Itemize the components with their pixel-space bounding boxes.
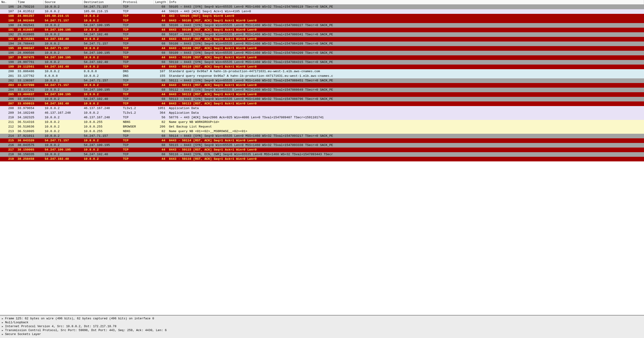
expand-triangle-icon[interactable]: ▶ bbox=[2, 333, 5, 336]
packet-row[interactable]: 20433.33729210.8.0.254.247.100.195TCP685… bbox=[0, 88, 644, 92]
detail-tree-item[interactable]: ▶Frame 125: 62 bytes on wire (496 bits),… bbox=[2, 316, 642, 320]
cell-length: 68 bbox=[154, 51, 168, 55]
cell-info: 443 → 59026 [RST] Seq=1 Win=0 Len=0 bbox=[168, 14, 644, 19]
cell-length: 44 bbox=[154, 9, 168, 14]
cell-source: 10.8.0.2 bbox=[43, 23, 82, 28]
packet-row[interactable]: 18924.90246954.247.71.15710.8.0.2TCP4484… bbox=[0, 19, 644, 23]
packet-row[interactable]: 21336.51880510.8.0.210.8.0.255NBNS82Name… bbox=[0, 129, 644, 134]
packet-row[interactable]: 18624.79321610.8.0.254.247.71.157TCP6859… bbox=[0, 5, 644, 10]
expand-triangle-icon[interactable]: ▶ bbox=[2, 321, 5, 324]
packet-row[interactable]: 19828.99776110.8.0.254.247.102.40TCP6859… bbox=[0, 60, 644, 65]
packet-row[interactable]: 20833.97965410.8.0.246.137.167.248TLSv1.… bbox=[0, 106, 644, 111]
packet-row[interactable]: 19225.01886510.8.0.254.247.102.40TCP6859… bbox=[0, 32, 644, 37]
packet-row[interactable]: 19929.11256154.247.102.4010.8.0.2TCP4484… bbox=[0, 65, 644, 69]
expand-triangle-icon[interactable]: ▶ bbox=[2, 317, 5, 320]
detail-tree-item[interactable]: ▶Internet Protocol Version 4, Src: 10.8.… bbox=[2, 324, 642, 328]
packet-row[interactable]: 19628.89050810.8.0.254.247.100.195TCP685… bbox=[0, 51, 644, 55]
cell-no: 209 bbox=[0, 111, 16, 115]
cell-time: 34.102248 bbox=[16, 111, 43, 115]
detail-tree-item[interactable]: ▶Transmission Control Protocol, Src Port… bbox=[2, 328, 642, 332]
packet-row[interactable]: 18724.81351210.8.0.2185.60.216.15TCP4459… bbox=[0, 9, 644, 14]
packet-row[interactable]: 18824.901357185.60.216.1510.8.0.2TCP4444… bbox=[0, 14, 644, 19]
col-header-time[interactable]: Time bbox=[16, 0, 43, 5]
cell-no: 190 bbox=[0, 23, 16, 28]
packet-row[interactable]: 21538.04332054.247.71.15710.8.0.2TCP4484… bbox=[0, 138, 644, 143]
cell-info: Standard query 0x96a7 A hahn-lb-producti… bbox=[168, 69, 644, 74]
expand-triangle-icon[interactable]: ▶ bbox=[2, 329, 5, 332]
cell-no: 213 bbox=[0, 129, 16, 134]
detail-tree-item[interactable]: ▶Null/Loopback bbox=[2, 320, 642, 324]
cell-source: 10.8.0.2 bbox=[43, 143, 82, 147]
packet-row[interactable]: 19428.78844310.8.0.254.247.71.157TCP6859… bbox=[0, 42, 644, 46]
cell-destination: 10.8.0.2 bbox=[82, 28, 122, 32]
cell-destination: 54.247.102.40 bbox=[82, 32, 122, 37]
packet-row[interactable]: 19024.90264110.8.0.254.247.100.195TCP685… bbox=[0, 23, 644, 28]
cell-info: 59113 → 8443 [SYN] Seq=0 Win=65535 Len=0… bbox=[168, 97, 644, 101]
cell-info: 8443 → 59114 [RST, ACK] Seq=1 Ack=1 Win=… bbox=[168, 138, 644, 143]
packet-row[interactable]: 20934.10224846.137.167.24810.8.0.2TLSv1.… bbox=[0, 111, 644, 115]
cell-info: 58776 → 443 [ACK] Seq=2986 Ack=925 Win=4… bbox=[168, 115, 644, 120]
packet-row[interactable]: 21034.10232510.8.0.246.137.167.248TCP565… bbox=[0, 115, 644, 120]
packet-row[interactable]: 19125.01860754.247.100.19510.8.0.2TCP448… bbox=[0, 28, 644, 32]
cell-length: 68 bbox=[154, 5, 168, 10]
packet-row[interactable]: 20733.65091554.247.102.4010.8.0.2TCP4484… bbox=[0, 101, 644, 106]
cell-no: 186 bbox=[0, 5, 16, 10]
packet-row[interactable]: 21437.92101110.8.0.254.247.71.157TCP6859… bbox=[0, 134, 644, 138]
cell-protocol: TCP bbox=[122, 97, 154, 101]
packet-row[interactable]: 19325.13529154.247.102.4010.8.0.2TCP4484… bbox=[0, 37, 644, 42]
packet-row[interactable]: 21938.25845854.247.102.4010.8.0.2TCP4484… bbox=[0, 157, 644, 161]
cell-info: 59109 → 8443 [SYN] Seq=0 Win=65535 Len=0… bbox=[168, 51, 644, 55]
col-header-destination[interactable]: Destination bbox=[82, 0, 122, 5]
detail-tree-label: Transmission Control Protocol, Src Port:… bbox=[5, 328, 167, 332]
cell-protocol: TCP bbox=[122, 115, 154, 120]
packet-row[interactable]: 20033.00648610.8.0.28.8.8.8DNS107Standar… bbox=[0, 69, 644, 74]
cell-source: 10.8.0.2 bbox=[43, 134, 82, 138]
packet-row[interactable]: 19728.99747554.247.100.19510.8.0.2TCP448… bbox=[0, 55, 644, 60]
packet-row[interactable]: 20233.13839710.8.0.254.247.71.157TCP6859… bbox=[0, 78, 644, 83]
packet-row[interactable]: 20333.33709054.247.71.15710.8.0.2TCP4484… bbox=[0, 83, 644, 88]
packet-row[interactable]: 20133.1377828.8.8.810.8.0.2DNS155Standar… bbox=[0, 74, 644, 78]
packet-row[interactable]: 19528.89034754.247.71.15710.8.0.2TCP4484… bbox=[0, 46, 644, 51]
detail-tree-label: Internet Protocol Version 4, Src: 10.8.0… bbox=[5, 325, 116, 328]
cell-time: 36.518636 bbox=[16, 124, 43, 129]
cell-length: 68 bbox=[154, 134, 168, 138]
cell-source: 10.8.0.2 bbox=[43, 5, 82, 10]
cell-source: 10.8.0.2 bbox=[43, 106, 82, 111]
cell-info: 59106 → 8443 [SYN] Seq=0 Win=65535 Len=0… bbox=[168, 23, 644, 28]
expand-triangle-icon[interactable]: ▶ bbox=[2, 325, 5, 328]
cell-time: 38.043320 bbox=[16, 138, 43, 143]
packet-list-pane[interactable]: No. Time Source Destination Protocol Len… bbox=[0, 0, 644, 315]
packet-row[interactable]: 20533.48483754.247.100.19510.8.0.2TCP448… bbox=[0, 92, 644, 97]
cell-info: 8443 → 59111 [RST, ACK] Seq=1 Ack=1 Win=… bbox=[168, 83, 644, 88]
cell-destination: 54.247.71.157 bbox=[82, 78, 122, 83]
cell-protocol: TCP bbox=[122, 42, 154, 46]
cell-no: 210 bbox=[0, 115, 16, 120]
cell-source: 10.8.0.2 bbox=[43, 51, 82, 55]
cell-time: 33.650915 bbox=[16, 101, 43, 106]
cell-length: 68 bbox=[154, 32, 168, 37]
packet-row[interactable]: 21838.15033510.8.0.254.247.102.40TCP6859… bbox=[0, 152, 644, 157]
packet-row[interactable]: 21738.15006554.247.100.19510.8.0.2TCP448… bbox=[0, 147, 644, 152]
packet-details-pane[interactable]: ▶Frame 125: 62 bytes on wire (496 bits),… bbox=[0, 315, 644, 338]
cell-destination: 10.8.0.2 bbox=[82, 92, 122, 97]
packet-row[interactable]: 21638.04357510.8.0.254.247.100.195TCP685… bbox=[0, 143, 644, 147]
col-header-protocol[interactable]: Protocol bbox=[122, 0, 154, 5]
cell-destination: 10.8.0.255 bbox=[82, 120, 122, 124]
cell-no: 201 bbox=[0, 74, 16, 78]
packet-row[interactable]: 20633.48502310.8.0.254.247.102.40TCP6859… bbox=[0, 97, 644, 101]
col-header-source[interactable]: Source bbox=[43, 0, 82, 5]
cell-protocol: TCP bbox=[122, 65, 154, 69]
col-header-no[interactable]: No. bbox=[0, 0, 16, 5]
col-header-length[interactable]: Length bbox=[154, 0, 168, 5]
packet-row[interactable]: 21136.51431610.8.0.210.8.0.255NBNS82Name… bbox=[0, 120, 644, 124]
packet-row[interactable]: 21236.51863610.8.0.210.8.0.255BROWSER206… bbox=[0, 124, 644, 129]
cell-destination: 10.8.0.2 bbox=[82, 65, 122, 69]
cell-protocol: DNS bbox=[122, 69, 154, 74]
cell-no: 218 bbox=[0, 152, 16, 157]
cell-info: 59115 → 8443 [SYN] Seq=0 Win=65535 Len=0… bbox=[168, 143, 644, 147]
detail-tree-item[interactable]: ▶Secure Sockets Layer bbox=[2, 332, 642, 336]
col-header-info[interactable]: Info bbox=[168, 0, 644, 5]
cell-time: 38.150335 bbox=[16, 152, 43, 157]
cell-time: 29.112561 bbox=[16, 65, 43, 69]
cell-length: 68 bbox=[154, 97, 168, 101]
